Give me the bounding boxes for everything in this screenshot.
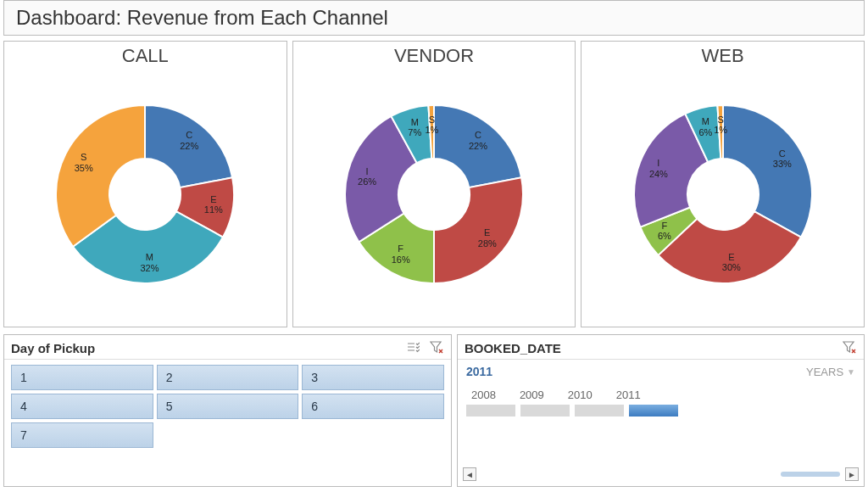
multiselect-icon[interactable]	[405, 340, 420, 355]
timeline-mode-dropdown[interactable]: YEARS ▼	[806, 366, 855, 378]
chart-call: CALLC22%E11%M32%S35%	[3, 41, 287, 327]
timeline-title: BOOKED_DATE	[465, 341, 561, 355]
chart-title: VENDOR	[394, 45, 474, 67]
slicer-item[interactable]: 3	[302, 365, 444, 390]
slice-S	[56, 105, 145, 247]
slicer-item[interactable]: 5	[157, 394, 299, 419]
timeline-year-labels: 2008200920102011	[471, 389, 855, 401]
slice-label-M: M32%	[140, 253, 159, 274]
slice-label-S: S1%	[714, 115, 727, 136]
slice-label-E: E30%	[722, 252, 741, 273]
slicer-header: Day of Pickup	[4, 335, 451, 360]
timeline-booked-date: BOOKED_DATE 2011 YEARS ▼ 200820092010201…	[457, 334, 865, 487]
slicer-item[interactable]: 7	[11, 422, 153, 448]
slicer-day-of-pickup: Day of Pickup 1234567	[3, 334, 452, 487]
clear-filter-icon[interactable]	[842, 340, 857, 355]
slicer-title: Day of Pickup	[11, 341, 95, 355]
timeline-track: 2008200920102011	[458, 380, 864, 417]
timeline-year-label: 2009	[520, 389, 544, 401]
slicers-row: Day of Pickup 1234567 BOOKED_DATE 2011	[3, 334, 865, 487]
donut-wrap: C22%E28%F16%I26%M7%S1%	[307, 67, 561, 305]
slice-label-C: C33%	[773, 148, 792, 170]
timeline-year-blocks	[466, 405, 855, 417]
timeline-year-block[interactable]	[575, 405, 624, 417]
slice-label-S: S35%	[75, 152, 93, 173]
donut-wrap: C33%E30%F6%I24%M6%S1%	[596, 67, 850, 305]
chevron-down-icon: ▼	[847, 367, 855, 377]
slice-label-M: M7%	[408, 117, 421, 138]
scroll-left-button[interactable]: ◄	[463, 467, 476, 481]
scroll-right-button[interactable]: ►	[845, 467, 859, 481]
slicer-item[interactable]: 2	[157, 365, 299, 390]
timeline-year-label: 2011	[616, 389, 641, 401]
scroll-thumb[interactable]	[781, 472, 840, 477]
scroll-track[interactable]	[481, 470, 840, 478]
slicer-header-icons	[405, 340, 444, 355]
donut-wrap: C22%E11%M32%S35%	[18, 67, 272, 305]
timeline-subheader: 2011 YEARS ▼	[458, 360, 864, 380]
slice-label-E: E28%	[478, 227, 497, 249]
timeline-mode-label: YEARS	[806, 366, 843, 378]
slicer-items-grid: 1234567	[4, 360, 451, 453]
dashboard-title: Dashboard: Revenue from Each Channel	[3, 0, 865, 36]
chart-title: WEB	[702, 45, 744, 67]
timeline-year-block[interactable]	[629, 405, 678, 417]
timeline-scrollbar: ◄ ►	[463, 467, 859, 481]
slice-label-S: S1%	[425, 115, 438, 136]
timeline-selected-label: 2011	[466, 365, 492, 378]
slicer-item[interactable]: 6	[302, 394, 444, 419]
timeline-year-label: 2008	[471, 389, 496, 401]
slice-label-I: I24%	[649, 158, 668, 179]
slice-label-C: C22%	[180, 131, 198, 152]
slicer-item[interactable]: 1	[11, 365, 153, 390]
slice-label-F: F6%	[658, 221, 671, 242]
timeline-header: BOOKED_DATE	[458, 335, 864, 360]
chart-web: WEBC33%E30%F6%I24%M6%S1%	[581, 41, 865, 327]
donut-chart	[307, 67, 561, 305]
charts-row: CALLC22%E11%M32%S35%VENDORC22%E28%F16%I2…	[3, 41, 865, 327]
timeline-year-label: 2010	[568, 389, 593, 401]
clear-filter-icon[interactable]	[429, 340, 444, 355]
chart-title: CALL	[122, 45, 169, 67]
slicer-item[interactable]: 4	[11, 394, 153, 419]
chart-vendor: VENDORC22%E28%F16%I26%M7%S1%	[292, 41, 576, 327]
timeline-year-block[interactable]	[466, 405, 515, 417]
slice-C	[723, 105, 812, 238]
slice-label-E: E11%	[204, 194, 223, 215]
slice-label-F: F16%	[392, 244, 410, 266]
slice-label-M: M6%	[698, 116, 712, 137]
timeline-year-block[interactable]	[520, 405, 570, 417]
slice-label-I: I26%	[358, 166, 376, 187]
slice-label-C: C22%	[469, 131, 487, 152]
timeline-header-icons	[842, 340, 857, 355]
